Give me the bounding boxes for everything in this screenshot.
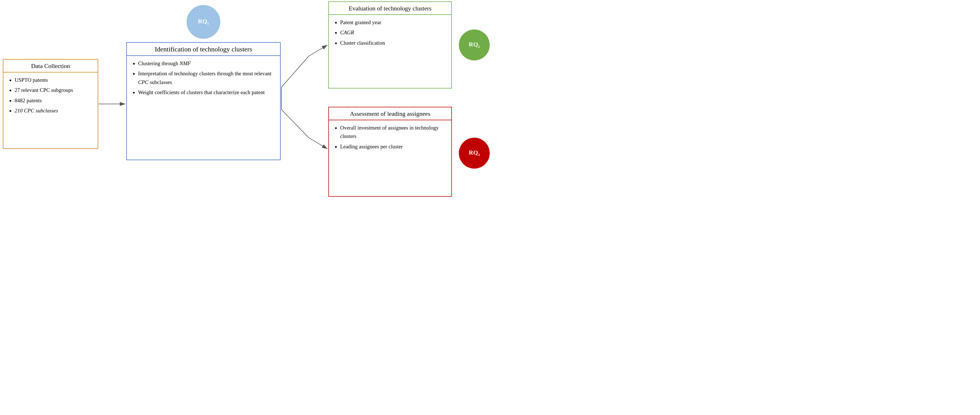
box-assessment: Assessment of leading assignees Overall … [328,107,452,197]
list-item: Leading assignees per cluster [340,142,447,151]
arrow-id-to-assess-start [282,110,309,138]
list-item: Overall investment of assignees in techn… [340,124,447,141]
data-collection-content: USPTO patents 27 relevant CPC subgroups … [3,72,98,120]
diagram-container: Data Collection USPTO patents 27 relevan… [0,0,490,208]
data-collection-header: Data Collection [3,59,98,72]
list-item: Interpretation of technology clusters th… [138,69,276,86]
assessment-header: Assessment of leading assignees [329,107,451,120]
box-identification: Identification of technology clusters Cl… [126,42,281,160]
circle-rq3: RQ3 [459,138,490,169]
assessment-content: Overall investment of assignees in techn… [329,120,451,155]
box-data-collection: Data Collection USPTO patents 27 relevan… [3,59,98,149]
list-item: 210 CPC subclasses [14,107,94,115]
evaluation-header: Evaluation of technology clusters [329,2,451,15]
list-item: Clustering through NMF [138,59,276,68]
box-evaluation: Evaluation of technology clusters Patent… [328,2,452,88]
identification-content: Clustering through NMF Interpretation of… [127,56,280,101]
list-item: USPTO patents [14,76,94,84]
list-item: Weight coefficients of clusters that cha… [138,88,276,97]
list-item: Patent granted year [340,18,447,27]
evaluation-content: Patent granted year CAGR Cluster classif… [329,15,451,52]
arrow-id-to-eval-end [309,45,328,56]
arrow-id-to-eval-start [282,56,309,87]
list-item: Cluster classification [340,39,447,47]
circle-rq2: RQ2 [459,29,490,61]
list-item: 27 relevant CPC subgroups [14,86,94,94]
list-item: CAGR [340,29,447,37]
circle-rq1: RQ1 [187,5,220,39]
list-item: 8482 patents [14,96,94,105]
identification-header: Identification of technology clusters [127,43,280,56]
arrow-id-to-assess-end [309,138,328,149]
